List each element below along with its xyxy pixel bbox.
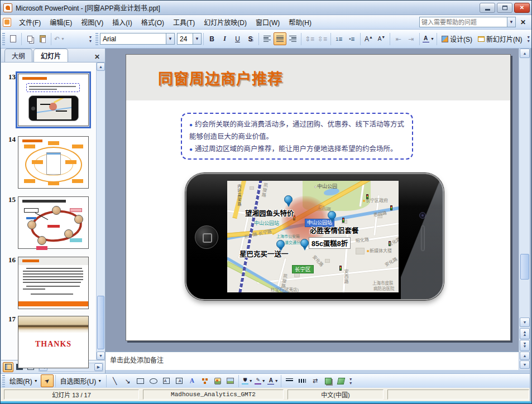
help-dropdown-arrow-icon[interactable]: ▼ — [507, 17, 516, 27]
status-bar: 幻灯片 13 / 17 Madhouse_Analytics_GMT2 中文(中… — [1, 388, 532, 401]
draw-font-color-button[interactable]: A▼ — [266, 374, 279, 387]
scroll-thumb[interactable] — [520, 254, 529, 280]
vertical-textbox-button[interactable]: A — [172, 374, 185, 387]
decrease-indent-button[interactable]: ⇤ — [392, 32, 405, 45]
dash-style-button[interactable] — [296, 374, 309, 387]
fill-color-button[interactable]: ⛊▼ — [241, 374, 253, 387]
wordart-button[interactable]: A — [185, 374, 198, 387]
oval-tool-button[interactable] — [147, 374, 160, 387]
line-spacing-decrease-button[interactable]: ⇳≡ — [316, 32, 329, 45]
font-family-combo[interactable]: Arial ▼ — [100, 33, 175, 45]
increase-indent-button[interactable]: ⇥ — [405, 32, 418, 45]
threed-style-button[interactable] — [334, 374, 347, 387]
panel-scroll-up-icon[interactable]: ▲ — [97, 62, 105, 71]
select-arrow-icon: ➤ — [42, 377, 51, 386]
align-right-button[interactable] — [286, 32, 299, 45]
insert-picture-button[interactable] — [224, 374, 237, 387]
next-slide-button[interactable]: ▼▼ — [520, 340, 530, 351]
toolbar-grip[interactable] — [2, 33, 5, 45]
align-center-button[interactable] — [274, 32, 286, 45]
shadow-style-button[interactable] — [322, 374, 334, 387]
window-right-frame — [530, 49, 532, 401]
bold-button[interactable]: B — [205, 32, 218, 45]
toolbar-grip-2[interactable] — [95, 33, 98, 45]
picture-icon — [227, 378, 234, 384]
toolbar-overflow-button[interactable]: ▼▼ — [87, 33, 94, 45]
slide-14-thumbnail[interactable] — [18, 136, 89, 189]
scroll-down-icon[interactable]: ▼ — [520, 318, 530, 327]
new-document-button[interactable] — [7, 32, 20, 45]
line-style-button[interactable] — [283, 374, 296, 387]
normal-view-button[interactable] — [3, 362, 13, 372]
bullet-list-button[interactable]: •≣ — [346, 32, 358, 45]
font-color-button[interactable]: A ▼ — [421, 32, 435, 45]
slide-13-thumbnail[interactable] — [18, 74, 89, 126]
new-slide-button[interactable]: 新幻灯片(N) — [475, 34, 525, 44]
scroll-up-icon[interactable]: ▲ — [520, 49, 530, 58]
notes-scroll-up-icon[interactable]: ▲ — [520, 352, 530, 360]
slide-title: 同窗周边商户推荐 — [158, 67, 283, 89]
rectangle-tool-button[interactable] — [134, 374, 147, 387]
line-color-dropdown-icon: ▼ — [262, 379, 266, 383]
poi-dot-icon — [367, 250, 369, 252]
promo-label-pizzahut: 必胜客情侣套餐 — [310, 225, 359, 235]
arrow-style-button[interactable]: ⇄ — [309, 374, 322, 387]
menu-format[interactable]: 格式(O) — [137, 16, 169, 28]
clipart-icon — [214, 378, 221, 384]
drawbar-overflow-button[interactable]: ▼▼ — [347, 375, 354, 387]
drawbar-grip[interactable] — [2, 375, 5, 387]
line-tool-button[interactable]: ╲ — [108, 374, 121, 387]
line-color-button[interactable]: ✎▼ — [253, 374, 266, 387]
tab-slides[interactable]: 幻灯片 — [33, 49, 68, 62]
map-label-inner-ring: 内环高架路 — [237, 184, 241, 206]
align-left-button[interactable] — [261, 32, 274, 45]
menu-edit[interactable]: 编辑(E) — [45, 16, 76, 28]
menu-view[interactable]: 视图(V) — [76, 16, 108, 28]
menu-tools[interactable]: 工具(T) — [169, 16, 199, 28]
notes-pane[interactable]: 单击此处添加备注 — [106, 351, 519, 370]
hscroll-right-icon[interactable]: ▶ — [94, 363, 103, 371]
paste-button[interactable] — [36, 32, 49, 45]
italic-button[interactable]: I — [218, 32, 231, 45]
panel-close-icon[interactable]: ✕ — [92, 52, 103, 62]
numbered-list-button[interactable]: 1≣ — [333, 32, 346, 45]
align-right-icon — [289, 36, 296, 42]
arrow-tool-button[interactable]: ↘ — [121, 374, 134, 387]
draw-menu-button[interactable]: 绘图(R)▼ — [7, 376, 41, 386]
underline-button[interactable]: U — [231, 32, 244, 45]
text-shadow-button[interactable]: S — [244, 32, 257, 45]
design-button[interactable]: 设计(S) — [439, 34, 475, 44]
district-badge: 长宁区 — [292, 265, 314, 273]
close-button[interactable]: ✕ — [514, 3, 530, 13]
menu-help[interactable]: 帮助(H) — [284, 16, 316, 28]
menu-window[interactable]: 窗口(W) — [251, 16, 284, 28]
autoshapes-menu-button[interactable]: 自选图形(U)▼ — [57, 376, 105, 386]
minimize-button[interactable] — [480, 3, 495, 13]
menu-file[interactable]: 文件(F) — [15, 16, 45, 28]
format-toolbar-overflow-button[interactable]: ▼▼ — [525, 33, 532, 45]
copy-button[interactable] — [23, 32, 36, 45]
panel-scroll-down-icon[interactable]: ▼ — [97, 352, 105, 360]
diagram-button[interactable] — [198, 374, 211, 387]
close-presentation-button[interactable]: ✕ — [516, 17, 530, 27]
decrease-font-button[interactable]: A▼ — [375, 32, 388, 45]
notes-scroll-down-icon[interactable]: ▼ — [520, 360, 530, 369]
increase-font-button[interactable]: A▲ — [362, 32, 375, 45]
slide-canvas[interactable]: 同窗周边商户推荐 ●约会所关联的商业消费活动多，通过团购、优惠券、线下活动等方式… — [126, 54, 511, 341]
panel-scroll-thumb[interactable] — [97, 296, 104, 349]
help-search-input[interactable] — [419, 17, 507, 27]
menu-insert[interactable]: 插入(I) — [108, 16, 136, 28]
line-spacing-increase-button[interactable]: ⇕≡ — [303, 32, 316, 45]
previous-slide-button[interactable]: ▲▲ — [520, 328, 530, 339]
clipart-button[interactable] — [211, 374, 224, 387]
textbox-tool-button[interactable]: A — [160, 374, 172, 387]
undo-button[interactable]: ↶▼ — [53, 32, 66, 45]
font-size-combo[interactable]: 24 ▼ — [177, 33, 202, 45]
slide-16-thumbnail[interactable] — [18, 257, 89, 309]
slide-15-thumbnail[interactable] — [18, 196, 89, 249]
menu-slideshow[interactable]: 幻灯片放映(D) — [199, 16, 251, 28]
slide-17-thumbnail[interactable]: THANKS — [18, 316, 89, 368]
select-objects-button[interactable]: ➤ — [41, 374, 54, 387]
tab-outline[interactable]: 大纲 — [4, 49, 32, 62]
restore-button[interactable] — [497, 3, 512, 13]
